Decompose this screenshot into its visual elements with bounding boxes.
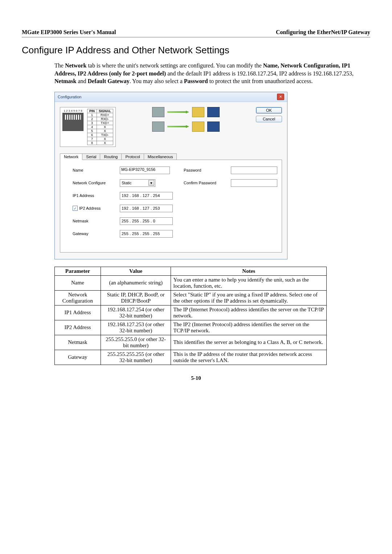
pin-table: PINSIGNAL 1RXD+ 2RXD- 3TXD+ 4X 5X 6TXD- … (87, 109, 113, 145)
parameters-table: Parameter Value Notes Name(an alphanumer… (54, 267, 327, 365)
gateway-icon (192, 122, 204, 132)
header-right: Configuring the EtherNet/IP Gateway (276, 29, 370, 36)
rj45-pinout: 1 2 3 4 5 6 7 8 PINSIGNAL 1RXD+ 2RXD- 3T… (60, 107, 116, 147)
cancel-button[interactable]: Cancel (256, 116, 282, 122)
dialog-titlebar: Configuration ✕ (55, 92, 287, 102)
section-title: Configure IP Address and Other Network S… (22, 45, 370, 56)
ip2-input[interactable]: 192 . 168 . 127 . 253 (120, 205, 173, 212)
table-row: Gateway255.255.255.255 (or other 32-bit … (55, 350, 327, 365)
tab-pane-network: Name MG-EIP3270_9156 Network Configure S… (60, 160, 282, 253)
netmask-label: Netmask (73, 219, 120, 223)
table-row: Name(an alphanumeric string)You can ente… (55, 275, 327, 290)
tab-miscellaneous[interactable]: Miscellaneous (144, 153, 177, 160)
pc-icon (152, 122, 164, 132)
intro-paragraph: The Network tab is where the unit's netw… (54, 62, 363, 85)
confirm-password-label: Confirm Password (184, 181, 231, 185)
table-row: IP2 Address192.168.127.253 (or other 32-… (55, 320, 327, 335)
gateway-label: Gateway (73, 231, 120, 236)
name-input[interactable]: MG-EIP3270_9156 (120, 167, 170, 174)
table-row: Network ConfigurationStatic IP, DHCP, Bo… (55, 290, 327, 305)
connection-diagram (122, 107, 249, 132)
password-label: Password (184, 168, 231, 172)
network-configure-select[interactable]: Static ▾ (120, 179, 155, 187)
close-icon[interactable]: ✕ (277, 94, 284, 100)
ip1-label: IP1 Address (73, 193, 120, 198)
arrow-icon (167, 125, 189, 128)
rj45-jack-icon (62, 113, 83, 131)
tabbar: Network Serial Routing Protocol Miscella… (60, 153, 282, 160)
device-icon (207, 107, 220, 117)
dialog-title: Configuration (58, 95, 81, 99)
ok-button[interactable]: OK (256, 107, 282, 114)
tab-routing[interactable]: Routing (100, 153, 122, 160)
page-header: MGate EIP3000 Series User's Manual Confi… (22, 29, 370, 37)
ip1-input[interactable]: 192 . 168 . 127 . 254 (120, 192, 173, 200)
ip2-label: IP2 Address (79, 206, 101, 210)
gateway-icon (192, 107, 204, 117)
pc-icon (152, 107, 164, 117)
netcfg-label: Network Configure (73, 181, 120, 185)
arrow-icon (167, 111, 189, 114)
chevron-down-icon: ▾ (148, 180, 154, 186)
device-icon (207, 122, 220, 132)
table-row: Netmask255.255.255.0 (or other 32-bit nu… (55, 335, 327, 350)
table-row: IP1 Address192.168.127.254 (or other 32-… (55, 305, 327, 320)
name-label: Name (73, 168, 120, 172)
tab-serial[interactable]: Serial (82, 153, 100, 160)
table-header-row: Parameter Value Notes (55, 267, 327, 275)
netmask-input[interactable]: 255 . 255 . 255 . 0 (120, 217, 173, 225)
header-left: MGate EIP3000 Series User's Manual (22, 29, 116, 36)
gateway-input[interactable]: 255 . 255 . 255 . 255 (120, 230, 173, 238)
tab-protocol[interactable]: Protocol (121, 153, 144, 160)
page-number: 5-10 (22, 375, 370, 381)
tab-network[interactable]: Network (60, 153, 82, 160)
ip2-checkbox[interactable]: ✓ (73, 206, 78, 211)
password-input[interactable] (231, 167, 277, 174)
configuration-dialog: Configuration ✕ 1 2 3 4 5 6 7 8 PINSIGNA… (54, 92, 287, 259)
confirm-password-input[interactable] (231, 179, 277, 187)
